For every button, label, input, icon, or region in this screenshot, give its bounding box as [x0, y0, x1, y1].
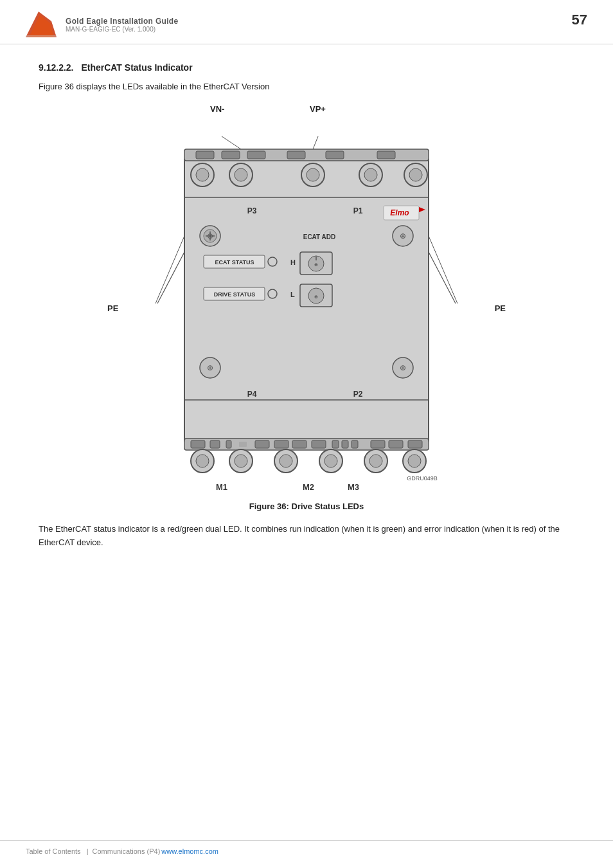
svg-text:P4: P4: [247, 390, 257, 399]
page-header: Gold Eagle Installation Guide MAN-G-EAGI…: [0, 0, 613, 44]
header-text-block: Gold Eagle Installation Guide MAN-G-EAGI…: [66, 17, 587, 33]
section-number: 9.12.2.2.: [39, 62, 74, 73]
svg-line-93: [429, 252, 456, 303]
svg-rect-10: [377, 151, 395, 159]
svg-rect-61: [210, 440, 220, 448]
footer-communications: Communications (P4): [93, 847, 161, 855]
svg-line-50: [155, 236, 184, 303]
svg-text:P2: P2: [353, 390, 363, 399]
footer-link[interactable]: www.elmomc.com: [161, 847, 218, 855]
svg-rect-5: [196, 151, 214, 159]
pe-label-right: PE: [495, 303, 506, 313]
svg-text:ECAT STATUS: ECAT STATUS: [215, 259, 254, 266]
svg-text:L: L: [290, 291, 295, 298]
svg-rect-7: [247, 151, 265, 159]
svg-rect-8: [287, 151, 305, 159]
svg-line-90: [222, 136, 241, 149]
footer-toc[interactable]: Table of Contents: [26, 847, 81, 855]
document-title: Gold Eagle Installation Guide: [66, 17, 587, 26]
svg-text:P1: P1: [353, 206, 363, 215]
svg-text:GDRU049B: GDRU049B: [407, 475, 438, 482]
label-vn: VN-: [210, 104, 224, 114]
svg-rect-6: [222, 151, 240, 159]
figure-caption: Figure 36: Drive Status LEDs: [249, 502, 364, 511]
svg-rect-66: [292, 440, 306, 448]
section-heading: 9.12.2.2. EtherCAT Status Indicator: [39, 62, 574, 73]
svg-point-18: [364, 168, 377, 181]
top-labels: VN- VP+: [146, 104, 467, 123]
device-diagram-svg: P3 P1 Elmo ECAT ADD ⊕ ⊕: [146, 123, 467, 496]
svg-text:DRIVE STATUS: DRIVE STATUS: [214, 291, 256, 298]
svg-text:M3: M3: [348, 482, 359, 492]
svg-point-81: [324, 455, 337, 467]
company-logo: [26, 12, 57, 37]
svg-point-75: [196, 455, 209, 467]
svg-text:M1: M1: [216, 482, 227, 492]
device-wrapper: PE PE: [146, 123, 467, 496]
footer-separator: |: [85, 847, 89, 855]
svg-text:Elmo: Elmo: [390, 208, 409, 217]
page-number: 57: [572, 12, 587, 28]
label-vp: VP+: [310, 104, 326, 114]
svg-line-91: [313, 136, 318, 149]
svg-line-92: [157, 252, 184, 303]
document-subtitle: MAN-G-EAGIG-EC (Ver. 1.000): [66, 26, 587, 33]
svg-rect-72: [389, 440, 403, 448]
svg-point-77: [235, 455, 247, 467]
svg-rect-62: [226, 440, 231, 448]
svg-text:⊕: ⊕: [400, 231, 406, 240]
figure-container: VN- VP+ PE PE: [39, 104, 574, 511]
svg-rect-63: [239, 442, 247, 447]
svg-text:⊕: ⊕: [400, 363, 406, 372]
svg-text:ECAT ADD: ECAT ADD: [303, 233, 336, 240]
svg-rect-69: [342, 440, 348, 448]
svg-rect-60: [191, 440, 205, 448]
page-footer: Table of Contents | Communications (P4) …: [0, 840, 613, 855]
svg-point-14: [235, 168, 247, 181]
description-text: The EtherCAT status indicator is a red/g…: [39, 523, 574, 550]
svg-rect-68: [332, 440, 339, 448]
svg-rect-65: [274, 440, 289, 448]
svg-rect-70: [351, 440, 358, 448]
svg-text:⊕: ⊕: [314, 294, 318, 299]
svg-line-51: [429, 236, 458, 303]
svg-text:P3: P3: [247, 206, 257, 215]
svg-point-16: [306, 168, 319, 181]
svg-text:⊕: ⊕: [207, 363, 213, 372]
svg-rect-9: [326, 151, 344, 159]
pe-label-left: PE: [107, 303, 118, 313]
svg-point-20: [409, 168, 422, 181]
svg-text:⊕: ⊕: [207, 231, 213, 240]
svg-rect-64: [255, 440, 269, 448]
main-content: 9.12.2.2. EtherCAT Status Indicator Figu…: [0, 44, 613, 575]
svg-point-79: [280, 455, 292, 467]
svg-point-83: [369, 455, 382, 467]
svg-rect-71: [371, 440, 385, 448]
svg-point-12: [196, 168, 209, 181]
svg-rect-67: [312, 440, 326, 448]
section-title: EtherCAT Status Indicator: [81, 62, 192, 73]
svg-rect-73: [408, 440, 422, 448]
svg-text:M2: M2: [303, 482, 314, 492]
svg-point-85: [408, 455, 421, 467]
svg-text:H: H: [290, 258, 296, 266]
svg-text:⊕: ⊕: [314, 262, 318, 267]
intro-text: Figure 36 displays the LEDs available in…: [39, 82, 574, 91]
